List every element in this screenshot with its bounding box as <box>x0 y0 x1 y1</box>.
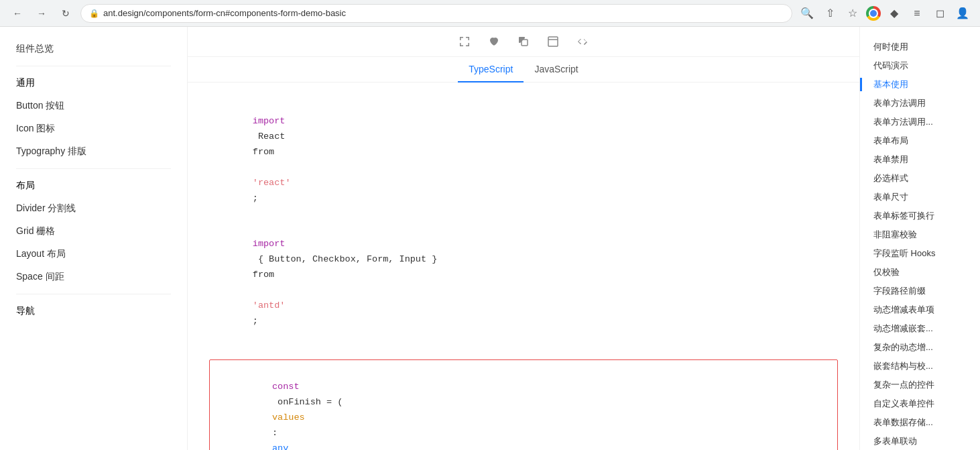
browser-actions: 🔍 ⇧ ☆ ◆ ≡ ◻ 👤 <box>798 4 972 23</box>
right-sidebar-item-5[interactable]: 表单布局 <box>860 131 980 150</box>
url-text: ant.design/components/form-cn#components… <box>103 8 784 18</box>
sidebar-item-overview[interactable]: 组件总览 <box>0 38 187 60</box>
code-line-1: import React from 'react' ; <box>209 99 838 222</box>
type-any-1: any <box>272 443 288 450</box>
right-sidebar-item-11[interactable]: 字段监听 Hooks <box>860 244 980 263</box>
tab-typescript[interactable]: TypeScript <box>458 57 524 82</box>
sidebar-section-layout: 布局 <box>0 174 187 197</box>
expand-icon[interactable] <box>455 32 474 51</box>
code-line-2: import { Button, Checkbox, Form, Input }… <box>209 222 838 345</box>
keyword-const-1: const <box>272 382 300 392</box>
profile-button[interactable]: 👤 <box>953 4 972 23</box>
right-sidebar-item-3[interactable]: 表单方法调用 <box>860 94 980 113</box>
param-values: values <box>272 412 305 423</box>
forward-button[interactable]: → <box>32 4 51 23</box>
sidebar-item-icon[interactable]: Icon 图标 <box>0 117 187 140</box>
blank-line-1 <box>209 345 838 358</box>
restore-button[interactable]: ◻ <box>930 4 949 23</box>
right-sidebar-item-20[interactable]: 表单数据存储... <box>860 413 980 432</box>
bookmark-button[interactable]: ☆ <box>843 4 862 23</box>
sidebar-item-divider[interactable]: Divider 分割线 <box>0 197 187 220</box>
menu-button[interactable]: ≡ <box>908 4 926 23</box>
address-bar[interactable]: 🔒 ant.design/components/form-cn#componen… <box>80 4 792 23</box>
code-toolbar <box>188 27 859 57</box>
right-sidebar-active-item[interactable]: 基本使用 <box>860 75 980 94</box>
back-button[interactable]: ← <box>8 4 27 23</box>
right-sidebar-item-10[interactable]: 非阻塞校验 <box>860 225 980 244</box>
copy-icon[interactable] <box>514 32 533 51</box>
code-tabs: TypeScript JavaScript <box>188 57 859 82</box>
right-sidebar-item-13[interactable]: 字段路径前缀 <box>860 282 980 300</box>
right-sidebar-item-17[interactable]: 嵌套结构与校... <box>860 357 980 376</box>
sidebar-section-nav: 导航 <box>0 300 187 323</box>
sidebar-item-typography[interactable]: Typography 排版 <box>0 140 187 163</box>
sidebar-section-general: 通用 <box>0 72 187 95</box>
right-sidebar-item-6[interactable]: 表单禁用 <box>860 150 980 169</box>
sidebar-item-button[interactable]: Button 按钮 <box>0 95 187 117</box>
right-sidebar-item-0[interactable]: 何时使用 <box>860 38 980 56</box>
sidebar-item-space[interactable]: Space 间距 <box>0 266 187 288</box>
string-antd: 'antd' <box>253 300 286 311</box>
tab-javascript[interactable]: JavaScript <box>524 57 589 82</box>
left-sidebar: 组件总览 通用 Button 按钮 Icon 图标 Typography 排版 … <box>0 27 188 450</box>
right-sidebar-item-2[interactable]: 基本使用 <box>862 75 922 94</box>
string-react: 'react' <box>253 178 291 188</box>
right-sidebar-item-18[interactable]: 复杂一点的控件 <box>860 376 980 394</box>
right-sidebar-item-8[interactable]: 表单尺寸 <box>860 188 980 207</box>
sidebar-item-layout[interactable]: Layout 布局 <box>0 243 187 266</box>
sidebar-divider-3 <box>16 294 171 294</box>
right-sidebar-item-4[interactable]: 表单方法调用... <box>860 113 980 131</box>
right-sidebar-item-1[interactable]: 代码演示 <box>860 56 980 75</box>
content-area: TypeScript JavaScript import React from … <box>188 27 859 450</box>
sidebar-item-grid[interactable]: Grid 栅格 <box>0 220 187 243</box>
highlight-block: const onFinish = ( values : any ) => { c… <box>209 359 838 450</box>
keyword-import-2: import <box>253 239 286 249</box>
sidebar-divider-2 <box>16 168 171 169</box>
keyword-from-2: from <box>253 270 274 280</box>
keyword-import-1: import <box>253 116 286 126</box>
lock-icon: 🔒 <box>89 9 99 18</box>
right-sidebar-item-15[interactable]: 动态增减嵌套... <box>860 319 980 338</box>
extensions-button[interactable]: ◆ <box>885 4 904 23</box>
browser-chrome: ← → ↻ 🔒 ant.design/components/form-cn#co… <box>0 0 980 27</box>
right-sidebar-item-12[interactable]: 仅校验 <box>860 263 980 282</box>
refresh-button[interactable]: ↻ <box>56 4 75 23</box>
main-layout: 组件总览 通用 Button 按钮 Icon 图标 Typography 排版 … <box>0 27 980 450</box>
chrome-icon <box>866 6 881 21</box>
window-icon[interactable] <box>544 32 562 51</box>
right-sidebar-item-16[interactable]: 复杂的动态增... <box>860 338 980 357</box>
svg-rect-1 <box>548 37 558 46</box>
right-sidebar-item-19[interactable]: 自定义表单控件 <box>860 394 980 413</box>
right-sidebar: 何时使用 代码演示 基本使用 表单方法调用 表单方法调用... 表单布局 表单禁… <box>859 27 980 450</box>
right-sidebar-item-14[interactable]: 动态增减表单项 <box>860 300 980 319</box>
code-icon[interactable] <box>573 32 592 51</box>
share-button[interactable]: ⇧ <box>820 4 839 23</box>
keyword-from-1: from <box>253 147 274 157</box>
search-button[interactable]: 🔍 <box>798 4 816 23</box>
right-sidebar-item-7[interactable]: 必选样式 <box>860 169 980 188</box>
right-sidebar-item-9[interactable]: 表单标签可换行 <box>860 207 980 225</box>
sidebar-divider-1 <box>16 66 171 66</box>
right-sidebar-item-21[interactable]: 多表单联动 <box>860 432 980 450</box>
code-line-on-finish: const onFinish = ( values : any ) => { <box>218 364 829 450</box>
heart-icon[interactable] <box>485 32 503 51</box>
code-area: import React from 'react' ; import { But… <box>188 82 859 450</box>
